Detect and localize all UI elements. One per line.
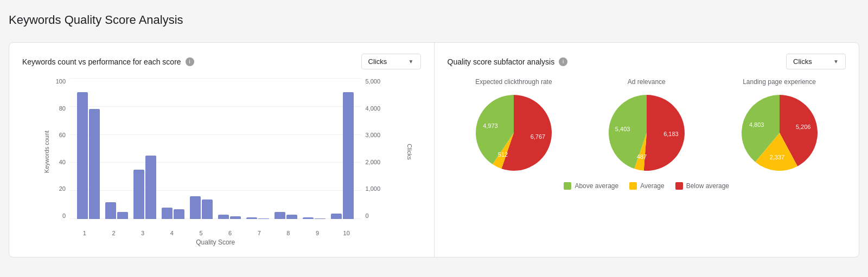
left-panel: Keywords count vs performance for each s…	[9, 43, 435, 257]
y-left-label: 0	[62, 212, 66, 219]
y-axis-left-title: Keywords count	[43, 131, 50, 173]
subfactor-title: Ad relevance	[580, 78, 713, 86]
x-label: 8	[274, 230, 303, 236]
legend: Above averageAverageBelow average	[448, 182, 846, 190]
bar	[202, 199, 213, 219]
bar	[315, 218, 326, 219]
pie-charts-row: 6,7675124,9736,1834875,4035,2062,3374,80…	[448, 92, 846, 173]
bar-pair	[275, 212, 297, 219]
bar	[343, 92, 354, 219]
bar	[275, 212, 285, 219]
x-label: 2	[99, 230, 129, 236]
x-label: 7	[245, 230, 274, 236]
left-panel-title: Keywords count vs performance for each s…	[22, 57, 181, 66]
pie-label: 4,803	[749, 121, 764, 128]
pie-label: 5,206	[795, 124, 810, 130]
y-right-label: 4,000	[366, 105, 381, 112]
bar	[174, 209, 184, 219]
pie-label: 4,973	[483, 123, 498, 129]
legend-item: Average	[629, 182, 664, 190]
left-panel-chevron-icon: ▼	[409, 59, 414, 65]
bar	[286, 215, 297, 219]
bar-pair	[77, 92, 100, 219]
right-panel-chevron-icon: ▼	[833, 59, 839, 65]
bar-pair	[246, 217, 269, 219]
legend-color	[564, 182, 571, 190]
y-left-label: 100	[56, 78, 66, 85]
legend-item: Above average	[564, 182, 618, 190]
bars-group	[70, 78, 361, 219]
legend-label: Average	[640, 182, 664, 190]
subfactor-title: Expected clickthrough rate	[448, 78, 580, 86]
y-axis-left: 100806040200	[50, 78, 70, 219]
bar	[230, 216, 241, 219]
y-left-label: 20	[59, 185, 66, 192]
bar-pair	[105, 202, 128, 219]
x-label: 9	[303, 230, 332, 236]
bar	[162, 208, 173, 219]
x-label: 1	[70, 230, 99, 236]
bar	[303, 217, 314, 219]
y-left-label: 60	[59, 132, 66, 138]
right-panel: Quality score subfactor analysis i Click…	[435, 43, 859, 257]
y-axis-right: 5,0004,0003,0002,0001,0000	[361, 78, 388, 219]
x-axis: 12345678910	[70, 230, 361, 236]
bar	[117, 212, 128, 219]
right-panel-header: Quality score subfactor analysis i Click…	[448, 54, 846, 69]
legend-color	[675, 182, 683, 190]
right-panel-dropdown-label: Clicks	[793, 57, 812, 66]
left-panel-info-icon[interactable]: i	[186, 57, 194, 66]
left-panel-title-group: Keywords count vs performance for each s…	[22, 57, 194, 66]
bar	[105, 202, 116, 219]
pie-label: 512	[498, 151, 508, 158]
bar-chart-wrapper: Keywords count Clicks 100806040200 5,000…	[22, 78, 421, 246]
legend-color	[629, 182, 637, 190]
bar-pair	[133, 156, 156, 219]
y-left-label: 40	[59, 159, 66, 165]
legend-label: Below average	[686, 182, 729, 190]
subfactor-titles-row: Expected clickthrough rateAd relevanceLa…	[448, 78, 846, 86]
x-label: 4	[157, 230, 187, 236]
pie-chart-container: 5,2062,3374,803	[713, 92, 846, 173]
bar	[145, 156, 156, 219]
page-title: Keywords Quality Score Analysis	[9, 9, 859, 31]
bar	[258, 218, 269, 219]
right-panel-title-group: Quality score subfactor analysis i	[448, 57, 568, 66]
y-right-label: 0	[366, 212, 369, 219]
left-panel-dropdown-label: Clicks	[368, 57, 387, 66]
bar	[89, 109, 100, 219]
x-label: 5	[187, 230, 216, 236]
x-label: 10	[332, 230, 361, 236]
y-left-label: 80	[59, 105, 66, 112]
legend-item: Below average	[675, 182, 729, 190]
pie-label: 6,183	[663, 131, 679, 137]
pie-chart-svg: 6,7675124,973	[473, 92, 554, 173]
pie-chart-container: 6,1834875,403	[580, 92, 713, 173]
subfactor-title: Landing page experience	[713, 78, 846, 86]
pie-chart-svg: 5,2062,3374,803	[739, 92, 820, 173]
pie-label: 6,767	[531, 133, 546, 140]
left-panel-dropdown[interactable]: Clicks ▼	[361, 54, 421, 69]
pie-label: 487	[636, 153, 646, 160]
pie-chart-svg: 6,1834875,403	[606, 92, 687, 173]
right-panel-dropdown[interactable]: Clicks ▼	[786, 54, 846, 69]
bar	[133, 170, 144, 219]
bar	[331, 214, 342, 219]
pie-label: 2,337	[769, 154, 784, 160]
dashboard: Keywords count vs performance for each s…	[9, 42, 859, 257]
y-right-label: 2,000	[366, 159, 381, 165]
bar-pair	[190, 196, 213, 219]
bar-pair	[303, 217, 326, 219]
x-axis-title: Quality Score	[70, 239, 361, 246]
bar	[218, 215, 229, 219]
pie-label: 5,403	[615, 126, 630, 132]
bar	[190, 196, 201, 219]
right-panel-title: Quality score subfactor analysis	[448, 57, 555, 66]
bar	[77, 92, 88, 219]
x-label: 3	[128, 230, 157, 236]
right-panel-info-icon[interactable]: i	[559, 57, 567, 66]
chart-main	[70, 78, 361, 219]
y-right-label: 5,000	[366, 78, 381, 85]
bar-pair	[331, 92, 354, 219]
y-right-label: 3,000	[366, 132, 381, 138]
